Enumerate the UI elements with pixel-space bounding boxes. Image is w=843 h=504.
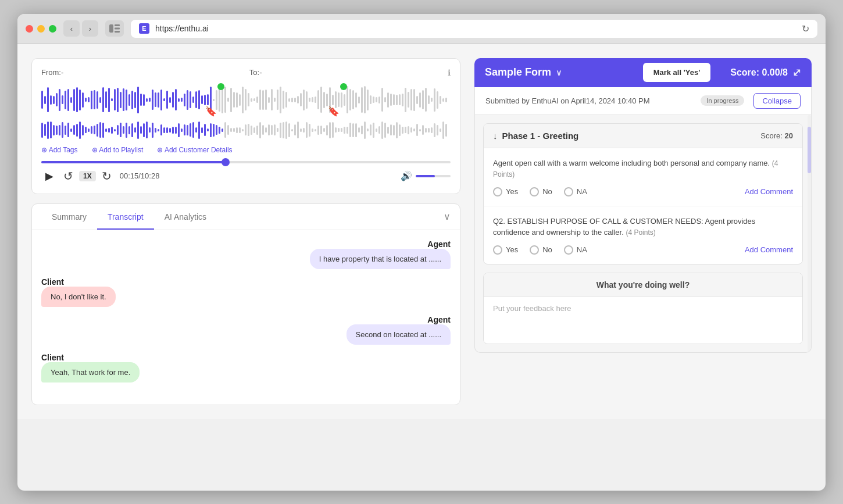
transcript-area: Agent I have property that is located at… [32,230,460,405]
radio-yes-2[interactable]: Yes [493,245,518,255]
tabs-nav: Summary Transcript AI Analytics [41,204,217,230]
radio-no-2[interactable]: No [530,245,552,255]
feedback-input[interactable]: Put your feedback here [484,297,802,344]
marker-2 [340,83,347,90]
svg-rect-0 [109,24,113,33]
to-label: To:- [249,68,262,77]
submitted-text: Submitted by EnthuAI on April14, 2024 10… [485,96,650,105]
volume-fill [416,175,435,177]
score-area: Score: 0.00/8 ⤢ [720,58,812,87]
phase-header: ↓ Phase 1 - Greeting Score: 20 [484,124,802,148]
client-bubble-red: No, I don't like it. [41,287,116,307]
list-item: Agent I have property that is located at… [41,240,451,269]
speed-badge[interactable]: 1X [79,171,96,181]
list-item: Client No, I don't like it. [41,277,451,307]
svg-rect-1 [115,24,120,26]
reload-button[interactable]: ↻ [802,23,809,34]
radio-row-1: Yes No NA Add Comment [493,187,793,196]
close-button[interactable] [26,25,33,33]
waveform-row-1: 🔖 🔖 [41,84,451,116]
tabs-collapse-icon[interactable]: ∨ [444,211,451,222]
phase-arrow-icon[interactable]: ↓ [493,131,498,141]
maximize-button[interactable] [49,25,56,33]
radio-circle [564,187,573,196]
radio-na-1[interactable]: NA [564,187,587,196]
from-label: From:- [41,68,63,77]
play-button[interactable]: ▶ [41,168,58,184]
scrollbar-track [808,115,811,352]
bookmark-1: 🔖 [205,106,217,117]
right-panel: Sample Form ∨ Mark all 'Yes' Score: 0.00… [474,58,812,405]
address-bar[interactable]: E https://enthu.ai ↻ [131,20,817,38]
waveform-row-2[interactable] [41,119,451,141]
volume-track[interactable] [416,175,451,177]
audio-header: From:- To:- ℹ [41,68,451,77]
waveform-bars-main[interactable] [41,85,451,115]
left-panel: From:- To:- ℹ 🔖 🔖 ⊕ Add Tags ⊕ [31,58,460,405]
scrollbar-thumb[interactable] [808,127,811,173]
form-header: Sample Form ∨ Mark all 'Yes' Score: 0.00… [474,58,812,87]
collapse-button[interactable]: Collapse [753,93,801,109]
browser-window: ‹ › E https://enthu.ai ↻ From: [17,14,826,491]
client-label: Client [41,277,64,287]
volume-area: 🔊 [401,170,451,181]
marker-1 [217,83,224,90]
question-block-2: Q2. ESTABLISH PURPOSE OF CALL & CUSTOMER… [484,206,802,264]
skip-forward-button[interactable]: ↻ [102,169,112,183]
audio-controls: ▶ ↺ 1X ↻ 00:15/10:28 🔊 [41,168,451,184]
add-comment-1[interactable]: Add Comment [745,187,793,196]
form-body: ↓ Phase 1 - Greeting Score: 20 Agent ope… [474,115,812,353]
score-text: Score: 0.00/8 [730,67,788,78]
url-text: https://enthu.ai [155,24,209,33]
radio-circle [493,245,502,255]
question-block-1: Agent open call with a warm welcome incl… [484,148,802,206]
svg-rect-3 [115,31,120,33]
radio-circle [493,187,502,196]
radio-circle [530,187,539,196]
radio-no-1[interactable]: No [530,187,552,196]
add-playlist-link[interactable]: ⊕ Add to Playlist [92,146,144,154]
svg-rect-2 [115,28,120,30]
progress-thumb[interactable] [222,158,230,166]
forward-button[interactable]: › [82,20,98,37]
form-title-chevron[interactable]: ∨ [556,68,562,77]
favicon-icon: E [139,23,149,34]
phase-title: ↓ Phase 1 - Greeting [493,131,578,141]
tab-transcript[interactable]: Transcript [97,204,154,230]
add-tags-link[interactable]: ⊕ Add Tags [41,146,78,154]
radio-circle [530,245,539,255]
audio-card: From:- To:- ℹ 🔖 🔖 ⊕ Add Tags ⊕ [31,58,460,194]
back-button[interactable]: ‹ [63,20,80,37]
volume-icon[interactable]: 🔊 [401,170,412,181]
add-customer-link[interactable]: ⊕ Add Customer Details [157,146,232,154]
skip-back-button[interactable]: ↺ [63,169,73,183]
in-progress-badge: In progress [701,95,744,106]
minimize-button[interactable] [37,25,45,33]
feedback-header: What you're doing well? [484,273,802,297]
question-text-1: Agent open call with a warm welcome incl… [493,158,793,180]
progress-fill [41,161,226,163]
expand-icon[interactable]: ⤢ [792,66,801,79]
mark-all-yes-button[interactable]: Mark all 'Yes' [643,63,711,82]
radio-circle [564,245,573,255]
radio-na-2[interactable]: NA [564,245,587,255]
list-item: Agent Second on located at ...... [41,315,451,345]
info-icon[interactable]: ℹ [448,68,451,77]
progress-track[interactable] [41,161,451,163]
agent-label-2: Agent [427,315,451,324]
add-comment-2[interactable]: Add Comment [745,245,793,254]
list-item: Client Yeah, That work for me. [41,353,451,383]
tabs-card: Summary Transcript AI Analytics ∨ [31,203,460,405]
form-title: Sample Form [485,66,551,78]
progress-bar-container [41,161,451,163]
question-text-2: Q2. ESTABLISH PURPOSE OF CALL & CUSTOMER… [493,216,793,238]
time-display: 00:15/10:28 [120,171,160,180]
nav-buttons: ‹ › [63,20,98,37]
browser-chrome: ‹ › E https://enthu.ai ↻ [17,14,826,44]
tab-ai-analytics[interactable]: AI Analytics [154,204,217,230]
radio-yes-1[interactable]: Yes [493,187,518,196]
sidebar-toggle-button[interactable] [105,20,124,37]
tab-summary[interactable]: Summary [41,204,97,230]
action-links: ⊕ Add Tags ⊕ Add to Playlist ⊕ Add Custo… [41,146,451,154]
agent-label: Agent [427,240,451,249]
